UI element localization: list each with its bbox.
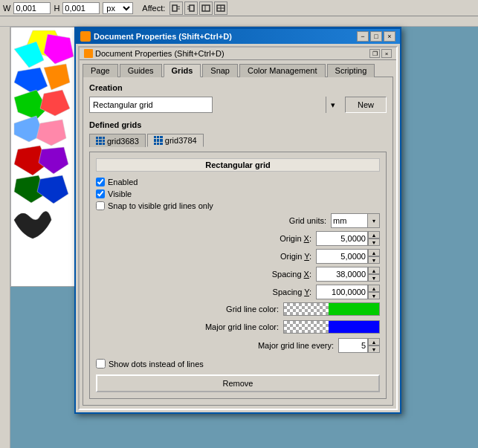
inner-close-button[interactable]: × — [381, 49, 392, 58]
grid-tab-3784-icon — [154, 136, 163, 145]
snap-row: Snap to visible grid lines only — [96, 201, 380, 210]
origin-y-input[interactable] — [316, 249, 368, 264]
grid-tab-3683[interactable]: grid3683 — [89, 134, 146, 147]
major-every-input-wrapper: ▲ ▼ — [338, 338, 380, 353]
spacing-x-input[interactable] — [316, 267, 368, 282]
origin-x-input[interactable] — [316, 231, 368, 246]
tabs-bar: Page Guides Grids Snap Color Management … — [80, 60, 396, 77]
spacing-y-input[interactable] — [316, 285, 368, 299]
grid-units-select-wrapper: mm px cm in pt ▾ — [331, 213, 380, 228]
origin-x-down[interactable]: ▼ — [368, 238, 380, 246]
origin-y-input-wrapper: ▲ ▼ — [316, 249, 380, 264]
affect-icon-4[interactable] — [214, 1, 227, 15]
remove-button[interactable]: Remove — [96, 374, 380, 392]
affect-icon-1[interactable] — [169, 1, 183, 15]
spacing-x-up[interactable]: ▲ — [368, 267, 380, 274]
grid-units-row: Grid units: mm px cm in pt ▾ — [96, 213, 380, 228]
origin-x-row: Origin X: ▲ ▼ — [96, 231, 380, 246]
major-every-up[interactable]: ▲ — [368, 338, 380, 345]
tab-guides[interactable]: Guides — [120, 64, 162, 77]
svg-marker-3 — [14, 68, 48, 94]
spacing-y-up[interactable]: ▲ — [368, 285, 380, 292]
origin-y-up[interactable]: ▲ — [368, 249, 380, 256]
svg-marker-10 — [39, 147, 68, 174]
svg-rect-16 — [190, 5, 194, 11]
rect-grid-header: Rectangular grid — [96, 158, 380, 172]
toolbar-w-label: W — [3, 4, 10, 13]
spacing-y-label: Spacing Y: — [273, 288, 311, 296]
spacing-y-input-wrapper: ▲ ▼ — [316, 285, 380, 299]
inner-restore-button[interactable]: ❐ — [369, 49, 380, 58]
major-grid-line-every-input[interactable] — [338, 338, 368, 353]
spacing-x-down[interactable]: ▼ — [368, 274, 380, 282]
dialog-title-bar: Document Properties (Shift+Ctrl+D) − □ × — [76, 29, 400, 44]
tab-snap[interactable]: Snap — [202, 64, 238, 77]
visible-checkbox[interactable] — [96, 189, 105, 198]
tab-page[interactable]: Page — [83, 64, 118, 77]
grid-units-label: Grid units: — [289, 216, 326, 225]
grid-tab-3683-label: grid3683 — [107, 137, 139, 146]
tab-scripting[interactable]: Scripting — [327, 64, 375, 77]
tab-color-management[interactable]: Color Management — [239, 64, 326, 77]
toolbar-unit-select[interactable]: px mm cm — [103, 2, 133, 14]
major-grid-line-color-label: Major grid line color: — [205, 322, 279, 331]
affect-icon-3[interactable] — [199, 1, 213, 15]
grid-units-select[interactable]: mm px cm in pt — [331, 213, 368, 228]
enabled-label: Enabled — [108, 178, 138, 186]
maximize-button[interactable]: □ — [370, 31, 382, 42]
affect-icon-2[interactable] — [184, 1, 198, 15]
grid-type-dropdown-wrapper: ▾ — [89, 97, 340, 113]
inner-title-icon — [84, 49, 93, 58]
title-buttons: − □ × — [357, 31, 395, 42]
svg-rect-19 — [202, 5, 210, 11]
toolbar-h-input[interactable] — [62, 2, 100, 14]
grid-tab-3683-icon — [96, 137, 105, 146]
origin-y-down[interactable]: ▼ — [368, 256, 380, 264]
enabled-row: Enabled — [96, 178, 380, 186]
spacing-y-spinner: ▲ ▼ — [368, 285, 380, 299]
toolbar: W H px mm cm Affect: — [0, 0, 478, 16]
ruler-vertical — [0, 27, 10, 448]
defined-grids-label: Defined grids — [89, 120, 387, 129]
grid-units-dropdown-arrow[interactable]: ▾ — [368, 213, 380, 228]
major-grid-line-color-row: Major grid line color: — [96, 320, 380, 334]
toolbar-w-input[interactable] — [13, 2, 51, 14]
show-dots-checkbox[interactable] — [96, 359, 106, 369]
shapes-svg — [10, 27, 77, 324]
spacing-x-spinner: ▲ ▼ — [368, 267, 380, 282]
dialog-inner-title-text: Document Properties (Shift+Ctrl+D) — [95, 49, 225, 58]
grid-line-color-row: Grid line color: — [96, 302, 380, 316]
major-every-down[interactable]: ▼ — [368, 345, 380, 353]
show-dots-row: Show dots instead of lines — [96, 359, 380, 369]
new-button[interactable]: New — [345, 97, 387, 113]
visible-label: Visible — [108, 189, 132, 198]
major-grid-line-every-row: Major grid line every: ▲ ▼ — [96, 338, 380, 353]
toolbar-h-label: H — [54, 4, 59, 13]
grid-type-input[interactable] — [89, 97, 213, 113]
creation-section-title: Creation — [89, 83, 387, 92]
origin-x-up[interactable]: ▲ — [368, 231, 380, 238]
snap-checkbox[interactable] — [96, 201, 105, 210]
origin-x-spinner: ▲ ▼ — [368, 231, 380, 246]
ruler-horizontal — [0, 16, 478, 27]
tab-grids[interactable]: Grids — [164, 64, 201, 77]
svg-rect-13 — [172, 5, 177, 11]
minimize-button[interactable]: − — [357, 31, 369, 42]
major-grid-line-color-preview[interactable] — [283, 320, 380, 334]
major-grid-line-every-label: Major grid line every: — [258, 341, 334, 350]
dialog-inner: Document Properties (Shift+Ctrl+D) ❐ × P… — [78, 46, 398, 410]
rect-grid-content: Rectangular grid Enabled Visible Snap to… — [89, 152, 387, 399]
enabled-checkbox[interactable] — [96, 178, 105, 186]
show-dots-label: Show dots instead of lines — [109, 360, 204, 369]
close-button[interactable]: × — [384, 31, 395, 42]
grid-line-color-label: Grid line color: — [226, 305, 279, 314]
spacing-y-down[interactable]: ▼ — [368, 292, 380, 299]
grid-type-dropdown-arrow[interactable]: ▾ — [326, 97, 340, 113]
origin-x-label: Origin X: — [280, 234, 311, 243]
grid-line-color-preview[interactable] — [283, 302, 380, 316]
inner-title-buttons: ❐ × — [369, 49, 392, 58]
grid-tab-3784[interactable]: grid3784 — [147, 134, 204, 147]
canvas-shapes — [10, 27, 77, 324]
creation-row: ▾ New — [89, 97, 387, 113]
major-every-spinner: ▲ ▼ — [368, 338, 380, 353]
